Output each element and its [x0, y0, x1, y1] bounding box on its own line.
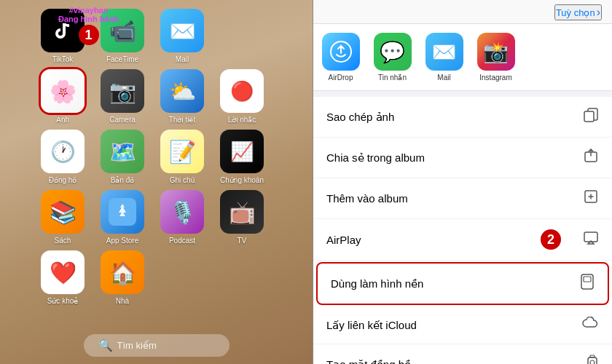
health-icon: ❤️: [41, 250, 85, 294]
app-maps[interactable]: 🗺️ Bản đồ: [96, 130, 149, 184]
step1-label: Đang hình hành: [58, 15, 119, 23]
weather-icon: ⛅: [160, 69, 204, 113]
step1-indicator: #vinayhan Đang hình hành 1: [58, 6, 119, 45]
action-copy-photo[interactable]: Sao chép ảnh: [313, 97, 612, 138]
copy-photo-icon: [583, 107, 599, 127]
app-tv[interactable]: 📺 TV: [216, 190, 268, 245]
stocks-icon: 📈: [220, 130, 264, 173]
search-bar[interactable]: 🔍 Tìm kiếm: [84, 334, 230, 357]
photos-icon: 🌸: [41, 69, 85, 113]
app-row-4: 📚 Sách App Store 🎙️ Podcast: [36, 190, 305, 245]
create-watch-label: Tạo mặt đồng hồ: [326, 358, 411, 365]
app-weather[interactable]: ⛅ Thời tiết: [156, 69, 208, 124]
action-wallpaper-wrapper: Dùng làm hình nền: [313, 261, 612, 306]
svg-point-13: [590, 360, 595, 364]
health-label: Sức khoẻ: [47, 297, 79, 305]
clock-label: Đồng hồ: [49, 176, 77, 184]
app-podcast[interactable]: 🎙️ Podcast: [156, 190, 208, 245]
appstore-label: App Store: [106, 237, 138, 245]
notes-icon: 📝: [160, 130, 204, 173]
home-label: Nhà: [116, 297, 129, 305]
app-health[interactable]: ❤️ Sức khoẻ: [36, 250, 89, 305]
app-appstore[interactable]: App Store: [96, 190, 149, 245]
tv-icon: 📺: [220, 190, 264, 234]
airdrop-share-icon: [322, 33, 360, 71]
facetime-label: FaceTime: [106, 55, 138, 63]
tuy-chon-arrow: ›: [597, 6, 600, 19]
hashtag-text: #vinayhan: [69, 6, 109, 15]
weather-label: Thời tiết: [169, 116, 195, 124]
app-row-3: 🕐 Đồng hồ 🗺️ Bản đồ 📝 Ghi chú 📈: [36, 130, 305, 184]
app-mail[interactable]: ✉️ Mail: [156, 9, 208, 63]
svg-rect-4: [584, 111, 594, 122]
wallpaper-icon: [580, 274, 595, 293]
wallpaper-label: Dùng làm hình nền: [331, 277, 423, 290]
icloud-link-icon: [581, 317, 599, 333]
share-instagram[interactable]: 📸 Instagram: [476, 33, 516, 82]
tv-label: TV: [238, 237, 247, 245]
app-row-2: 🌸 Ảnh 📷 Camera ⛅ Thời tiết 🔴 L: [36, 69, 305, 124]
photos-label: Ảnh: [56, 116, 69, 124]
action-set-wallpaper[interactable]: Dùng làm hình nền: [316, 262, 609, 305]
app-home[interactable]: 🏠 Nhà: [96, 250, 149, 305]
search-icon: 🔍: [98, 339, 113, 352]
action-share-album[interactable]: Chia sẻ trong album: [313, 138, 612, 178]
left-panel: #vinayhan Đang hình hành 1 TikTok 📹: [0, 0, 313, 364]
mail-label: Mail: [176, 55, 189, 63]
airdrop-share-label: AirDrop: [329, 74, 353, 82]
app-stocks[interactable]: 📈 Chứng khoán: [216, 130, 268, 184]
app-books[interactable]: 📚 Sách: [36, 190, 89, 245]
action-create-watch[interactable]: Tạo mặt đồng hồ: [313, 344, 612, 364]
action-airplay[interactable]: AirPlay 2: [313, 219, 612, 261]
messages-share-label: Tin nhắn: [378, 74, 407, 82]
books-icon: 📚: [41, 190, 85, 234]
action-list: Sao chép ảnh Chia sẻ trong album Thêm và…: [313, 97, 612, 364]
app-clock[interactable]: 🕐 Đồng hồ: [36, 130, 89, 184]
app-photos[interactable]: 🌸 Ảnh: [36, 69, 89, 124]
instagram-share-icon: 📸: [477, 33, 515, 71]
share-airdrop[interactable]: AirDrop: [321, 33, 361, 82]
airplay-icon: [583, 230, 599, 250]
mail-share-label: Mail: [437, 74, 450, 82]
add-album-icon: [583, 189, 599, 208]
svg-rect-9: [584, 277, 591, 282]
svg-rect-11: [590, 355, 595, 357]
maps-label: Bản đồ: [111, 176, 135, 184]
stocks-label: Chứng khoán: [220, 176, 264, 184]
tuy-chon-label: Tuỳ chọn: [556, 7, 595, 18]
clock-icon: 🕐: [41, 130, 85, 173]
share-mail[interactable]: ✉️ Mail: [424, 33, 464, 82]
share-messages[interactable]: 💬 Tin nhắn: [372, 33, 412, 82]
step1-number: 1: [79, 25, 99, 45]
podcast-icon: 🎙️: [160, 190, 204, 234]
share-apps-row: AirDrop 💬 Tin nhắn ✉️ Mail 📸 Instagram: [313, 24, 612, 91]
notes-label: Ghi chú: [170, 176, 195, 184]
action-add-album[interactable]: Thêm vào album: [313, 178, 612, 219]
copy-photo-label: Sao chép ảnh: [326, 111, 394, 124]
app-row-5: ❤️ Sức khoẻ 🏠 Nhà: [36, 250, 305, 305]
books-label: Sách: [55, 237, 71, 245]
share-album-icon: [583, 148, 599, 167]
right-panel: Tuỳ chọn › AirDrop 💬 Tin nhắn ✉️ Mail: [313, 0, 612, 364]
tuy-chon-button[interactable]: Tuỳ chọn ›: [554, 4, 602, 20]
tiktok-label: TikTok: [52, 55, 74, 63]
action-icloud-link[interactable]: Lấy liên kết iCloud: [313, 306, 612, 344]
tuy-chon-row: Tuỳ chọn ›: [313, 0, 612, 24]
icloud-link-label: Lấy liên kết iCloud: [326, 319, 417, 332]
reminders-label: Lời nhắc: [228, 116, 256, 124]
step2-number: 2: [541, 229, 561, 250]
airplay-label: AirPlay: [326, 234, 361, 246]
mail-share-icon: ✉️: [425, 33, 463, 71]
maps-icon: 🗺️: [101, 130, 144, 173]
app-notes[interactable]: 📝 Ghi chú: [156, 130, 208, 184]
camera-label: Camera: [109, 116, 136, 124]
instagram-share-label: Instagram: [479, 74, 511, 82]
add-album-label: Thêm vào album: [326, 192, 408, 205]
create-watch-icon: [586, 355, 599, 364]
app-reminders[interactable]: 🔴 Lời nhắc: [216, 69, 268, 124]
mail-icon: ✉️: [160, 9, 204, 52]
reminders-icon: 🔴: [220, 69, 264, 113]
messages-share-icon: 💬: [374, 33, 412, 71]
app-camera[interactable]: 📷 Camera: [96, 69, 149, 124]
share-album-label: Chia sẻ trong album: [326, 151, 425, 165]
